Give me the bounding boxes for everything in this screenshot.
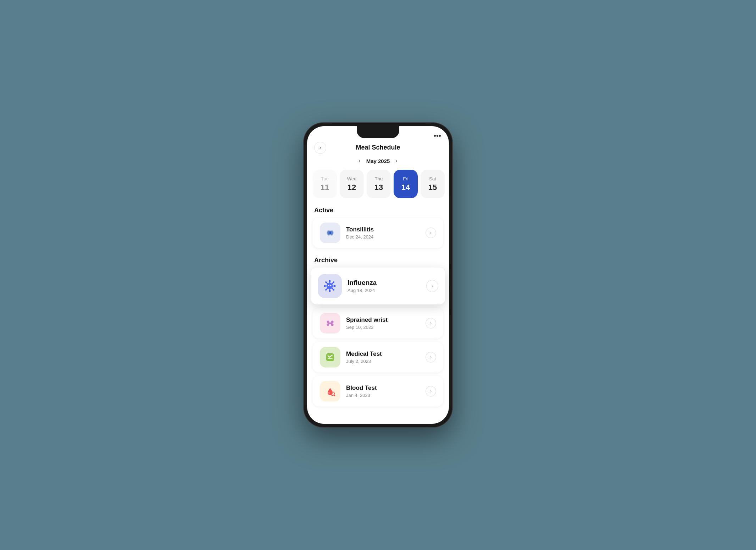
day-name-wed12: Wed xyxy=(347,176,357,181)
sprained-wrist-title: Sprained wrist xyxy=(346,316,426,324)
svg-point-21 xyxy=(333,289,334,291)
influenza-title: Influenza xyxy=(348,279,426,287)
day-num-wed12: 12 xyxy=(348,183,356,192)
svg-line-37 xyxy=(334,395,335,396)
medical-test-chevron[interactable]: › xyxy=(426,352,436,363)
influenza-chevron[interactable]: › xyxy=(426,280,438,292)
day-item-wed12[interactable]: Wed 12 xyxy=(340,170,364,198)
back-icon: ‹ xyxy=(319,145,321,151)
tonsillitis-text: Tonsillitis Dec 24, 2024 xyxy=(346,226,426,240)
phone-frame: ••• ‹ Meal Schedule ‹ May 2025 › Tue 11 … xyxy=(304,123,452,427)
phone-screen: ••• ‹ Meal Schedule ‹ May 2025 › Tue 11 … xyxy=(307,126,449,424)
svg-line-12 xyxy=(332,282,334,284)
day-name-sat15: Sat xyxy=(429,176,436,181)
influenza-text: Influenza Aug 18, 2024 xyxy=(348,279,426,293)
sprained-wrist-icon xyxy=(320,313,340,333)
blood-test-icon xyxy=(320,381,340,402)
card-influenza[interactable]: Influenza Aug 18, 2024 › xyxy=(311,268,445,304)
next-month-button[interactable]: › xyxy=(395,158,397,164)
svg-point-18 xyxy=(325,281,327,283)
day-num-sat15: 15 xyxy=(428,183,437,192)
svg-line-11 xyxy=(332,288,334,290)
tonsillitis-date: Dec 24, 2024 xyxy=(346,234,426,240)
phone-notch xyxy=(357,126,399,138)
day-name-thu13: Thu xyxy=(375,176,383,181)
svg-point-35 xyxy=(328,392,330,394)
day-item-fri14[interactable]: Fri 14 xyxy=(394,170,418,198)
card-tonsillitis[interactable]: Tonsillitis Dec 24, 2024 › xyxy=(313,218,443,248)
svg-line-13 xyxy=(326,288,328,290)
svg-point-24 xyxy=(329,286,329,286)
day-num-thu13: 13 xyxy=(374,183,383,192)
calendar-nav: ‹ May 2025 › xyxy=(307,156,449,166)
svg-point-20 xyxy=(325,289,327,291)
medical-test-text: Medical Test July 2, 2023 xyxy=(346,350,426,364)
svg-point-30 xyxy=(331,324,334,326)
svg-point-25 xyxy=(331,286,332,286)
influenza-icon xyxy=(318,274,342,298)
day-num-tue11: 11 xyxy=(321,183,329,192)
more-button[interactable]: ••• xyxy=(434,132,441,140)
tonsillitis-chevron[interactable]: › xyxy=(426,228,436,238)
tonsillitis-icon xyxy=(320,223,340,243)
day-item-thu13[interactable]: Thu 13 xyxy=(367,170,391,198)
blood-test-text: Blood Test Jan 4, 2023 xyxy=(346,385,426,398)
svg-point-14 xyxy=(329,280,331,282)
svg-point-19 xyxy=(333,281,334,283)
blood-test-date: Jan 4, 2023 xyxy=(346,393,426,398)
sprained-wrist-text: Sprained wrist Sep 10, 2023 xyxy=(346,316,426,330)
day-item-sun16[interactable]: Su 1 xyxy=(448,170,449,198)
medical-test-date: July 2, 2023 xyxy=(346,359,426,364)
day-name-fri14: Fri xyxy=(403,176,408,181)
influenza-date: Aug 18, 2024 xyxy=(348,288,426,293)
blood-test-chevron[interactable]: › xyxy=(426,386,436,397)
archive-section-label: Archive xyxy=(307,252,449,268)
day-item-sat15[interactable]: Sat 15 xyxy=(421,170,445,198)
blood-test-title: Blood Test xyxy=(346,385,426,392)
scroll-area: Active Tonsillitis Dec 24, 2024 xyxy=(307,202,449,424)
active-section-label: Active xyxy=(307,202,449,218)
card-medical-test[interactable]: Medical Test July 2, 2023 › xyxy=(313,342,443,372)
svg-line-10 xyxy=(326,282,328,284)
svg-point-17 xyxy=(334,285,336,287)
medical-test-icon xyxy=(320,347,340,367)
sprained-wrist-chevron[interactable]: › xyxy=(426,318,436,329)
svg-point-28 xyxy=(327,324,329,326)
card-sprained-wrist[interactable]: Sprained wrist Sep 10, 2023 › xyxy=(313,308,443,338)
page-title: Meal Schedule xyxy=(356,144,400,151)
svg-point-29 xyxy=(331,321,334,323)
svg-point-27 xyxy=(327,321,329,323)
card-blood-test[interactable]: Blood Test Jan 4, 2023 › xyxy=(313,376,443,406)
sprained-wrist-date: Sep 10, 2023 xyxy=(346,325,426,330)
prev-month-button[interactable]: ‹ xyxy=(358,158,360,164)
medical-test-title: Medical Test xyxy=(346,350,426,358)
back-button[interactable]: ‹ xyxy=(314,142,326,154)
svg-point-16 xyxy=(324,285,326,287)
day-num-fri14: 14 xyxy=(401,183,410,192)
month-label: May 2025 xyxy=(366,158,390,164)
day-item-tue11[interactable]: Tue 11 xyxy=(313,170,337,198)
day-strip: Tue 11 Wed 12 Thu 13 Fri 14 Sat 15 xyxy=(307,166,449,202)
tonsillitis-title: Tonsillitis xyxy=(346,226,426,233)
svg-rect-4 xyxy=(329,231,331,234)
svg-point-15 xyxy=(329,290,331,292)
day-name-tue11: Tue xyxy=(321,176,329,181)
